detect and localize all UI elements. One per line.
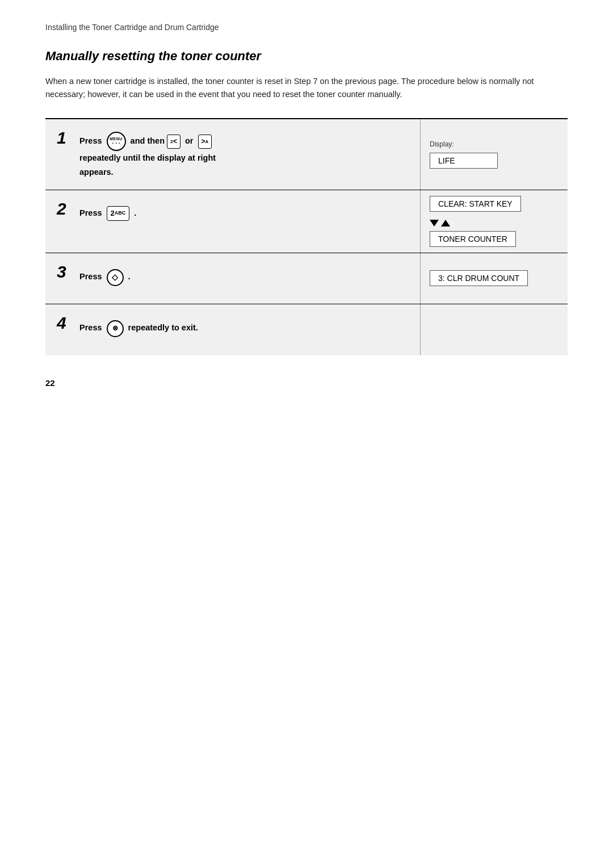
left-arrow-icon: Z< <box>167 135 180 148</box>
step-1-number: 1 <box>57 129 70 146</box>
page-footer: 22 <box>45 378 568 388</box>
step-4-right <box>420 304 568 355</box>
page-title: Manually resetting the toner counter <box>45 49 568 64</box>
press-label-4: Press <box>79 323 102 332</box>
step-4-end: repeatedly to exit. <box>128 323 198 332</box>
step-3-left: 3 Press ◇ . <box>45 253 420 304</box>
and-then-label: and then <box>131 136 167 145</box>
display-box-toner: TONER COUNTER <box>430 231 516 247</box>
breadcrumb: Installing the Toner Cartridge and Drum … <box>45 23 568 32</box>
step-3-right: 3: CLR DRUM COUNT <box>420 253 568 304</box>
step-1-repeated: repeatedly until the display at right <box>79 153 216 162</box>
step-2-number: 2 <box>57 200 70 217</box>
step-1-appears: appears. <box>79 167 114 177</box>
right-arrow-icon: >A <box>198 135 212 148</box>
arrows-display <box>430 220 450 227</box>
step-3-end: . <box>128 272 131 281</box>
step-row-2: 2 Press 2ABC . CLEAR: START KEY TONER CO… <box>45 190 568 253</box>
press-label-1: Press <box>79 136 102 145</box>
step-1-left: 1 Press MENU · · · and then Z< or >A <box>45 119 420 189</box>
step-4-content: Press ⊗ repeatedly to exit. <box>79 315 409 337</box>
key-2abc: 2ABC <box>107 206 130 221</box>
press-label-2: Press <box>79 208 102 217</box>
step-1-content: Press MENU · · · and then Z< or >A repea… <box>79 129 409 179</box>
step-4-left: 4 Press ⊗ repeatedly to exit. <box>45 304 420 355</box>
step-row-1: 1 Press MENU · · · and then Z< or >A <box>45 119 568 190</box>
tri-down-icon <box>430 220 439 227</box>
step-row-4: 4 Press ⊗ repeatedly to exit. <box>45 304 568 355</box>
intro-text: When a new toner cartridge is installed,… <box>45 75 568 101</box>
start-icon: ◇ <box>107 269 124 286</box>
step-2-left: 2 Press 2ABC . <box>45 190 420 253</box>
display-label-1: Display: <box>430 140 454 148</box>
step-1-right: Display: LIFE <box>420 119 568 189</box>
step-row-3: 3 Press ◇ . 3: CLR DRUM COUNT <box>45 253 568 304</box>
step-2-right: CLEAR: START KEY TONER COUNTER <box>420 190 568 253</box>
step-2-content: Press 2ABC . <box>79 200 409 221</box>
step-3-content: Press ◇ . <box>79 263 409 286</box>
steps-table: 1 Press MENU · · · and then Z< or >A <box>45 118 568 355</box>
display-box-clear: CLEAR: START KEY <box>430 196 521 212</box>
step-3-number: 3 <box>57 263 70 280</box>
stop-icon: ⊗ <box>107 320 124 337</box>
press-label-3: Press <box>79 272 102 281</box>
tri-up-icon <box>441 220 450 227</box>
menu-icon: MENU · · · <box>107 132 126 151</box>
or-label: or <box>185 136 196 145</box>
display-box-clr-drum: 3: CLR DRUM COUNT <box>430 270 528 286</box>
step-2-end: . <box>134 208 136 217</box>
step-4-number: 4 <box>57 315 70 332</box>
display-box-life: LIFE <box>430 153 498 169</box>
